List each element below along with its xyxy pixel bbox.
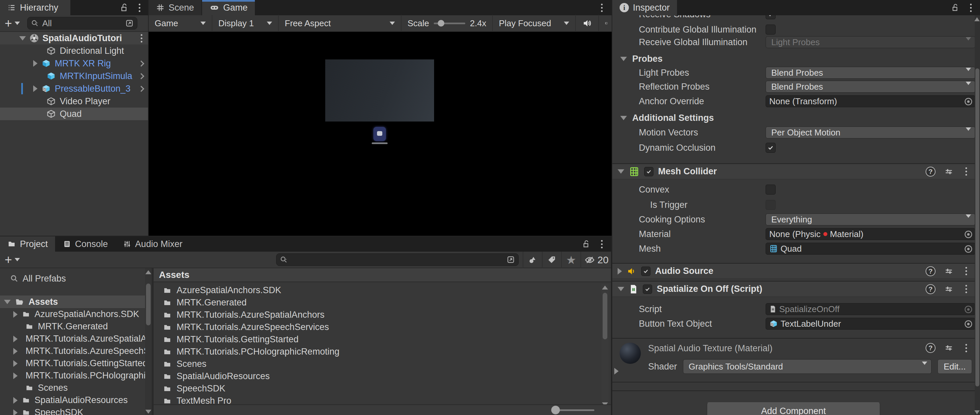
hierarchy-item-mrtk-input-simulator[interactable]: MRTKInputSimula [0, 70, 148, 82]
mesh-field[interactable]: Quad [765, 243, 975, 255]
light-probes-dropdown[interactable]: Blend Probes [765, 67, 975, 79]
asset-item[interactable]: Scenes [154, 358, 611, 370]
foldout-open-icon[interactable] [19, 36, 26, 40]
foldout-open-icon[interactable] [617, 169, 624, 174]
hierarchy-item-directional-light[interactable]: Directional Light [0, 45, 148, 57]
component-menu-icon[interactable] [962, 267, 970, 275]
lock-icon[interactable] [119, 3, 129, 13]
tab-scene[interactable]: Scene [149, 0, 202, 15]
create-dropdown-caret[interactable] [14, 258, 20, 261]
contribute-gi-checkbox[interactable] [765, 25, 776, 35]
panel-menu-icon[interactable] [598, 4, 606, 12]
lock-icon[interactable] [951, 3, 959, 12]
thumbnail-size-slider[interactable] [551, 406, 594, 414]
asset-item[interactable]: SpeechSDK [154, 383, 611, 395]
prefab-open-chevron-icon[interactable] [138, 73, 144, 79]
foldout-closed-icon[interactable] [617, 268, 622, 275]
project-search-input[interactable] [291, 255, 506, 265]
convex-checkbox[interactable] [765, 185, 776, 195]
stats-button[interactable] [598, 15, 608, 32]
additional-settings-foldout[interactable]: Additional Settings [612, 112, 975, 124]
tree-scrollbar-thumb[interactable] [146, 284, 151, 326]
audio-source-header[interactable]: Audio Source ? [612, 263, 975, 279]
mesh-collider-enabled-checkbox[interactable] [644, 167, 654, 176]
favorite-all-prefabs[interactable]: All Prefabs [0, 272, 145, 285]
tab-project[interactable]: Project [0, 236, 56, 252]
hierarchy-item-quad[interactable]: Quad [0, 108, 148, 120]
panel-menu-icon[interactable] [135, 4, 143, 12]
search-window-icon[interactable] [506, 255, 515, 264]
scroll-down-icon[interactable] [145, 410, 151, 414]
panel-menu-icon[interactable] [967, 4, 975, 12]
scale-slider-knob[interactable] [438, 20, 444, 27]
anchor-override-field[interactable]: None (Transform) [765, 95, 975, 107]
foldout-open-icon[interactable] [4, 300, 11, 304]
help-icon[interactable]: ? [926, 167, 935, 177]
hidden-packages-toggle[interactable]: 20 [581, 252, 612, 268]
reflection-probes-dropdown[interactable]: Blend Probes [765, 81, 975, 93]
hierarchy-item-mrtk-xr-rig[interactable]: MRTK XR Rig [0, 57, 148, 70]
assets-breadcrumb[interactable]: Assets [154, 268, 611, 282]
tree-root-assets[interactable]: Assets [0, 295, 145, 308]
spatialize-enabled-checkbox[interactable] [643, 284, 652, 294]
inspector-scrollbar-thumb[interactable] [975, 69, 979, 386]
object-picker-icon[interactable] [963, 230, 974, 240]
scroll-up-icon[interactable] [974, 17, 980, 21]
foldout-closed-icon[interactable] [33, 60, 38, 67]
tree-item[interactable]: MRTK.Tutorials.GettingStarted [0, 357, 145, 370]
favorites-button[interactable]: ★ [561, 252, 581, 268]
panel-menu-icon[interactable] [598, 240, 606, 248]
presets-icon[interactable] [944, 343, 953, 353]
search-window-icon[interactable] [125, 19, 134, 27]
button-text-object-field[interactable]: TextLabelUnder [765, 318, 975, 330]
foldout-open-icon[interactable] [617, 287, 624, 291]
hierarchy-scene-row[interactable]: SpatialAudioTutori [0, 32, 148, 45]
scroll-up-icon[interactable] [602, 286, 608, 289]
presets-icon[interactable] [944, 167, 953, 176]
object-picker-icon[interactable] [963, 97, 974, 107]
assets-scrollbar[interactable] [602, 284, 608, 408]
aspect-dropdown[interactable]: Free Aspect [278, 15, 401, 32]
spatialize-header[interactable]: Spatialize On Off (Script) ? [612, 281, 975, 297]
component-menu-icon[interactable] [962, 167, 970, 176]
search-by-type-button[interactable] [523, 252, 542, 268]
tab-console[interactable]: Console [56, 236, 116, 252]
tree-item[interactable]: MRTK.Tutorials.PCHolographicRemoting [0, 370, 145, 382]
shader-dropdown[interactable]: Graphics Tools/Standard [683, 359, 931, 374]
tree-item[interactable]: SpeechSDK [0, 406, 145, 415]
game-viewport[interactable] [149, 32, 612, 236]
tree-item[interactable]: MRTK.Tutorials.AzureSpatialAnchors [0, 333, 145, 345]
tab-game[interactable]: Game [202, 0, 256, 15]
help-icon[interactable]: ? [926, 266, 935, 276]
inspector-scrollbar[interactable] [975, 15, 980, 415]
object-picker-icon[interactable] [963, 244, 974, 255]
asset-item[interactable]: SpatialAudioResources [154, 370, 611, 383]
asset-item[interactable]: AzureSpatialAnchors.SDK [154, 284, 611, 297]
object-picker-icon[interactable] [963, 319, 974, 330]
tree-scrollbar[interactable] [145, 268, 152, 415]
shader-edit-button[interactable]: Edit... [937, 359, 972, 374]
lock-icon[interactable] [582, 239, 590, 249]
tree-item[interactable]: AzureSpatialAnchors.SDK [0, 308, 145, 320]
game-target-dropdown[interactable]: Game [149, 15, 212, 32]
presets-icon[interactable] [944, 267, 953, 276]
search-by-label-button[interactable] [542, 252, 561, 268]
asset-item[interactable]: MRTK.Generated [154, 297, 611, 309]
material-menu-icon[interactable] [962, 344, 970, 352]
tab-hierarchy[interactable]: Hierarchy [0, 0, 71, 15]
asset-item[interactable]: MRTK.Tutorials.GettingStarted [154, 333, 611, 346]
mesh-collider-header[interactable]: Mesh Collider ? [612, 163, 975, 179]
create-dropdown-caret[interactable] [14, 22, 20, 25]
motion-vectors-dropdown[interactable]: Per Object Motion [765, 126, 975, 139]
project-search[interactable] [276, 253, 519, 266]
hierarchy-item-pressable-button[interactable]: PressableButton_3 [0, 82, 148, 95]
help-icon[interactable]: ? [926, 343, 935, 353]
asset-item[interactable]: MRTK.Tutorials.PCHolographicRemoting [154, 346, 611, 358]
foldout-closed-icon[interactable] [33, 85, 38, 92]
mute-audio-button[interactable] [575, 15, 598, 32]
assets-scrollbar-thumb[interactable] [603, 293, 607, 339]
help-icon[interactable]: ? [926, 284, 935, 294]
receive-shadows-checkbox[interactable] [765, 15, 776, 19]
tree-item[interactable]: Scenes [0, 382, 145, 394]
scroll-down-icon[interactable] [974, 410, 980, 414]
